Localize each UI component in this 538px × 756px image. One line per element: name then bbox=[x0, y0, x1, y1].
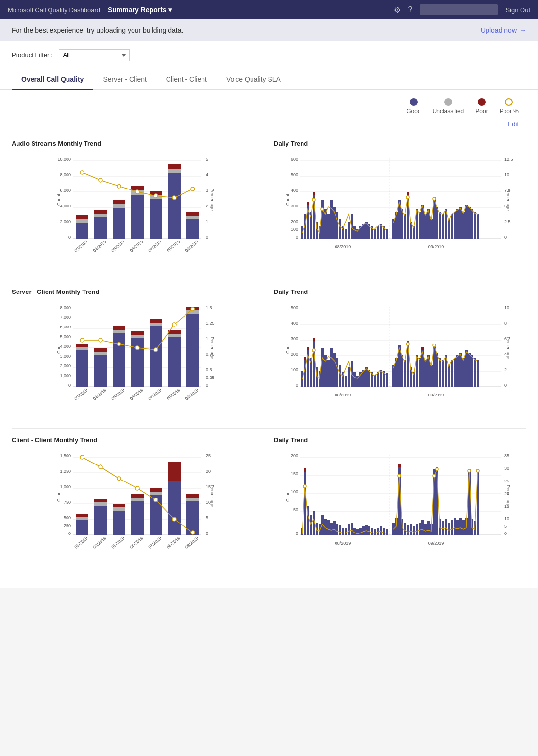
svg-rect-261 bbox=[401, 355, 404, 387]
svg-rect-283 bbox=[462, 358, 465, 387]
help-icon[interactable]: ? bbox=[408, 5, 413, 14]
svg-text:150: 150 bbox=[291, 471, 298, 476]
svg-rect-181 bbox=[131, 331, 144, 335]
svg-rect-132 bbox=[456, 209, 459, 239]
svg-text:0: 0 bbox=[206, 383, 208, 388]
svg-rect-281 bbox=[456, 355, 459, 387]
svg-text:5: 5 bbox=[206, 157, 208, 162]
filter-bar: Product Filter : All Teams Skype for Bus… bbox=[0, 41, 538, 69]
svg-text:600: 600 bbox=[291, 157, 298, 162]
svg-text:1.25: 1.25 bbox=[206, 321, 215, 326]
svg-text:06/2019: 06/2019 bbox=[129, 387, 144, 401]
svg-text:0: 0 bbox=[68, 235, 71, 240]
svg-text:25: 25 bbox=[206, 453, 211, 458]
svg-point-192 bbox=[99, 338, 102, 342]
svg-text:08/2019: 08/2019 bbox=[166, 387, 181, 401]
svg-text:1,000: 1,000 bbox=[60, 373, 71, 378]
product-filter-select[interactable]: All Teams Skype for Business bbox=[59, 49, 130, 61]
svg-text:0.25: 0.25 bbox=[206, 375, 215, 380]
svg-point-434 bbox=[433, 474, 436, 477]
svg-rect-389 bbox=[353, 528, 356, 535]
svg-rect-183 bbox=[150, 323, 162, 326]
svg-text:8,000: 8,000 bbox=[60, 172, 71, 177]
svg-rect-393 bbox=[365, 525, 368, 535]
svg-text:3,000: 3,000 bbox=[60, 354, 71, 359]
svg-rect-274 bbox=[436, 353, 438, 387]
svg-text:04/2019: 04/2019 bbox=[92, 387, 107, 401]
tab-client-client[interactable]: Client - Client bbox=[156, 69, 217, 90]
svg-point-142 bbox=[406, 196, 409, 199]
svg-rect-286 bbox=[471, 355, 473, 387]
svg-rect-184 bbox=[150, 319, 162, 323]
svg-rect-330 bbox=[150, 488, 162, 492]
svg-rect-87 bbox=[327, 214, 330, 239]
svg-rect-383 bbox=[336, 524, 338, 535]
svg-rect-79 bbox=[307, 202, 309, 205]
svg-text:Count: Count bbox=[286, 194, 290, 206]
chevron-down-icon: ▾ bbox=[168, 6, 172, 14]
svg-text:09/2019: 09/2019 bbox=[184, 535, 199, 550]
sign-out-button[interactable]: Sign Out bbox=[505, 6, 530, 14]
svg-rect-241 bbox=[339, 365, 341, 387]
edit-button[interactable]: Edit bbox=[508, 120, 519, 128]
audio-daily-title: Daily Trend bbox=[274, 140, 526, 147]
svg-rect-412 bbox=[421, 520, 424, 535]
upload-now-link[interactable]: Upload now → bbox=[481, 26, 526, 34]
svg-text:300: 300 bbox=[291, 336, 298, 341]
audio-daily-svg: 600 500 400 300 200 100 0 12.5 10 7.5 5 … bbox=[274, 151, 526, 263]
svg-text:08/2019: 08/2019 bbox=[166, 535, 181, 550]
svg-rect-173 bbox=[94, 355, 107, 387]
svg-text:06/2019: 06/2019 bbox=[129, 239, 144, 253]
nav-label: Summary Reports bbox=[108, 6, 167, 14]
svg-text:0: 0 bbox=[504, 383, 507, 388]
svg-text:Percentage: Percentage bbox=[210, 189, 215, 211]
svg-text:100: 100 bbox=[291, 489, 298, 494]
svg-rect-331 bbox=[168, 481, 181, 535]
svg-text:Count: Count bbox=[56, 194, 61, 206]
svg-rect-227 bbox=[304, 357, 306, 360]
svg-rect-243 bbox=[345, 376, 347, 387]
svg-text:09/2019: 09/2019 bbox=[184, 239, 199, 253]
summary-reports-nav[interactable]: Summary Reports ▾ bbox=[108, 6, 172, 14]
svg-rect-269 bbox=[421, 347, 424, 350]
unclassified-dot bbox=[444, 98, 452, 106]
svg-rect-319 bbox=[94, 506, 107, 535]
svg-rect-322 bbox=[113, 511, 125, 535]
banner-text: For the best experience, try uploading y… bbox=[12, 26, 183, 34]
svg-rect-178 bbox=[113, 326, 125, 330]
svg-text:05/2019: 05/2019 bbox=[110, 239, 125, 253]
svg-rect-244 bbox=[348, 367, 350, 387]
svg-rect-400 bbox=[386, 529, 388, 535]
svg-text:10: 10 bbox=[504, 516, 509, 521]
audio-monthly-chart: Audio Streams Monthly Trend 10,000 8,000… bbox=[12, 140, 264, 264]
svg-rect-388 bbox=[351, 523, 353, 535]
svg-rect-327 bbox=[131, 494, 144, 498]
svg-rect-334 bbox=[186, 498, 199, 501]
svg-rect-316 bbox=[76, 520, 88, 535]
svg-rect-423 bbox=[454, 518, 456, 535]
svg-rect-387 bbox=[348, 524, 350, 535]
svg-rect-371 bbox=[304, 472, 306, 535]
svg-text:08/2019: 08/2019 bbox=[335, 393, 351, 397]
server-monthly-chart: Server - Client Monthly Trend 8,000 7,00… bbox=[12, 288, 264, 412]
svg-text:2: 2 bbox=[504, 367, 507, 372]
svg-text:0: 0 bbox=[296, 531, 298, 536]
svg-rect-85 bbox=[321, 200, 324, 239]
svg-point-437 bbox=[476, 469, 479, 472]
tab-voice-quality-sla[interactable]: Voice Quality SLA bbox=[217, 69, 290, 90]
svg-text:1,250: 1,250 bbox=[60, 469, 71, 474]
client-monthly-chart: Client - Client Monthly Trend 1,500 1,25… bbox=[12, 436, 264, 561]
svg-rect-386 bbox=[345, 528, 347, 535]
server-monthly-svg: 8,000 7,000 6,000 5,000 4,000 3,000 2,00… bbox=[12, 299, 264, 411]
svg-text:6,000: 6,000 bbox=[60, 325, 71, 329]
tab-server-client[interactable]: Server - Client bbox=[93, 69, 156, 90]
gear-icon[interactable]: ⚙ bbox=[394, 5, 401, 15]
svg-rect-88 bbox=[330, 200, 333, 239]
header: Microsoft Call Quality Dashboard Summary… bbox=[0, 0, 538, 19]
tab-overall-call-quality[interactable]: Overall Call Quality bbox=[12, 69, 93, 90]
svg-text:400: 400 bbox=[291, 321, 298, 326]
svg-rect-398 bbox=[380, 526, 382, 535]
svg-text:03/2019: 03/2019 bbox=[73, 387, 88, 401]
search-input[interactable] bbox=[420, 4, 498, 15]
svg-point-41 bbox=[80, 171, 84, 174]
